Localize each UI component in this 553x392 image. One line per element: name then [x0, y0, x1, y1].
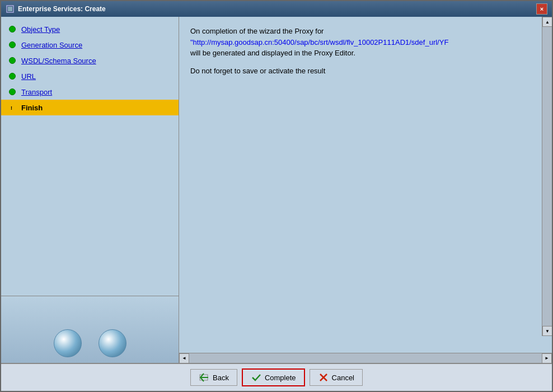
status-icon-object-type [8, 25, 17, 34]
nav-label-object-type[interactable]: Object Type [21, 25, 60, 34]
nav-item-object-type[interactable]: Object Type [1, 21, 179, 37]
nav-label-finish: Finish [21, 104, 43, 112]
nav-item-generation-source[interactable]: Generation Source [1, 37, 179, 53]
cancel-label: Cancel [332, 374, 354, 382]
status-icon-wsdl-schema-source [8, 56, 17, 65]
main-content: Object Type Generation Source WSDL/Schem… [1, 17, 552, 363]
right-panel: On completion of the wizard the Proxy fo… [179, 17, 552, 363]
nav-label-generation-source[interactable]: Generation Source [21, 41, 82, 49]
h-scroll-track [189, 353, 542, 363]
left-bottom-decoration [1, 296, 179, 363]
status-icon-transport [8, 87, 17, 96]
status-icon-finish [8, 103, 17, 112]
left-panel: Object Type Generation Source WSDL/Schem… [1, 17, 179, 363]
nav-list: Object Type Generation Source WSDL/Schem… [1, 17, 179, 296]
complete-button[interactable]: Complete [242, 368, 305, 386]
scroll-left-button[interactable]: ◄ [179, 353, 189, 363]
close-button[interactable]: × [536, 3, 547, 15]
status-icon-url [8, 72, 17, 81]
completion-url: "http://mysap.goodsap.cn:50400/sap/bc/sr… [190, 38, 448, 46]
nav-item-finish[interactable]: Finish [1, 100, 179, 115]
complete-icon [251, 372, 262, 383]
decorative-orb-2 [99, 329, 126, 357]
vertical-scrollbar[interactable]: ▲ ▼ [542, 17, 552, 336]
decorative-orb-1 [54, 329, 82, 357]
horizontal-scrollbar[interactable]: ◄ ► [179, 353, 552, 363]
scroll-down-button[interactable]: ▼ [542, 326, 552, 336]
window-title: Enterprise Services: Create [18, 5, 106, 13]
content-area: On completion of the wizard the Proxy fo… [179, 17, 552, 353]
completion-paragraph-2: Do not forget to save or activate the re… [190, 66, 541, 77]
completion-paragraph-1: On completion of the wizard the Proxy fo… [190, 26, 541, 59]
complete-label: Complete [265, 374, 296, 382]
cancel-button[interactable]: Cancel [310, 369, 363, 386]
scroll-up-button[interactable]: ▲ [542, 17, 552, 27]
cancel-icon [318, 372, 329, 383]
nav-item-wsdl-schema-source[interactable]: WSDL/Schema Source [1, 53, 179, 68]
back-icon [199, 372, 210, 383]
window-icon [6, 4, 15, 13]
scroll-track [542, 27, 552, 326]
bottom-bar: Back Complete Cancel [1, 363, 552, 391]
nav-label-transport[interactable]: Transport [21, 88, 52, 96]
back-button[interactable]: Back [190, 369, 237, 386]
nav-label-wsdl-schema-source[interactable]: WSDL/Schema Source [21, 57, 96, 65]
status-icon-generation-source [8, 40, 17, 49]
back-label: Back [213, 374, 229, 382]
completion-text-suffix: will be generated and displayed in the P… [190, 49, 355, 57]
scroll-right-button[interactable]: ► [542, 353, 552, 363]
svg-rect-1 [8, 7, 12, 11]
completion-text-prefix: On completion of the wizard the Proxy fo… [190, 27, 324, 35]
right-content: On completion of the wizard the Proxy fo… [179, 17, 552, 92]
nav-label-url[interactable]: URL [21, 72, 36, 81]
nav-item-url[interactable]: URL [1, 68, 179, 84]
title-bar-left: Enterprise Services: Create [6, 4, 106, 13]
dialog-window: Enterprise Services: Create × Object Typ… [0, 0, 553, 392]
title-bar: Enterprise Services: Create × [1, 1, 552, 17]
nav-item-transport[interactable]: Transport [1, 84, 179, 100]
